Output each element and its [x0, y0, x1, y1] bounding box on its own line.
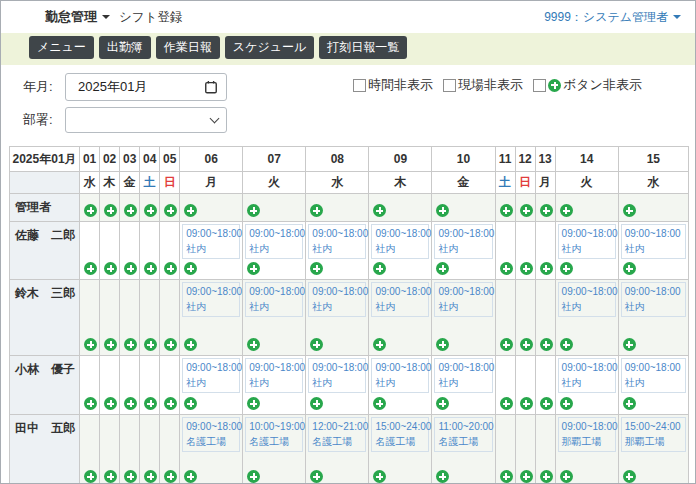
checkbox-0[interactable]: 時間非表示	[353, 76, 433, 94]
add-shift-button[interactable]	[84, 338, 97, 351]
shift-place[interactable]: 那覇工場	[562, 434, 613, 449]
shift-entry[interactable]: 09:00~18:00社内	[308, 358, 366, 393]
add-shift-button[interactable]	[247, 338, 260, 351]
shift-entry[interactable]: 09:00~18:00社内	[308, 224, 366, 259]
shift-place[interactable]: 社内	[186, 299, 237, 314]
app-menu[interactable]: 勤怠管理	[45, 8, 110, 26]
shift-entry[interactable]: 09:00~18:00社内	[245, 224, 303, 259]
add-shift-button[interactable]	[540, 397, 553, 410]
add-shift-button[interactable]	[623, 204, 636, 217]
shift-place[interactable]: 名護工場	[312, 434, 363, 449]
toolbar-button-0[interactable]: メニュー	[29, 36, 94, 59]
shift-time[interactable]: 11:00~20:00	[438, 419, 489, 434]
shift-time[interactable]: 09:00~18:00	[562, 360, 613, 375]
add-shift-button[interactable]	[124, 262, 137, 275]
shift-entry[interactable]: 09:00~18:00那覇工場	[558, 417, 616, 452]
shift-time[interactable]: 09:00~18:00	[249, 360, 300, 375]
add-shift-button[interactable]	[184, 397, 197, 410]
add-shift-button[interactable]	[540, 262, 553, 275]
shift-time[interactable]: 09:00~18:00	[375, 360, 426, 375]
shift-entry[interactable]: 09:00~18:00社内	[371, 358, 429, 393]
add-shift-button[interactable]	[104, 338, 117, 351]
shift-time[interactable]: 09:00~18:00	[562, 226, 613, 241]
shift-time[interactable]: 09:00~18:00	[375, 284, 426, 299]
shift-entry[interactable]: 09:00~18:00社内	[182, 224, 240, 259]
shift-time[interactable]: 12:00~21:00	[312, 419, 363, 434]
checkbox-1[interactable]: 現場非表示	[443, 76, 523, 94]
shift-entry[interactable]: 09:00~18:00社内	[182, 358, 240, 393]
calendar-icon[interactable]	[204, 80, 218, 94]
add-shift-button[interactable]	[164, 204, 177, 217]
add-shift-button[interactable]	[520, 470, 533, 483]
shift-entry[interactable]: 09:00~18:00社内	[621, 224, 686, 259]
add-shift-button[interactable]	[520, 204, 533, 217]
shift-time[interactable]: 09:00~18:00	[625, 360, 683, 375]
shift-entry[interactable]: 15:00~24:00那覇工場	[621, 417, 686, 452]
toolbar-button-2[interactable]: 作業日報	[156, 36, 220, 59]
shift-entry[interactable]: 09:00~18:00社内	[558, 358, 616, 393]
add-shift-button[interactable]	[124, 470, 137, 483]
add-shift-button[interactable]	[184, 338, 197, 351]
add-shift-button[interactable]	[84, 262, 97, 275]
add-shift-button[interactable]	[623, 338, 636, 351]
shift-time[interactable]: 09:00~18:00	[186, 419, 237, 434]
shift-time[interactable]: 09:00~18:00	[375, 226, 426, 241]
add-shift-button[interactable]	[247, 204, 260, 217]
add-shift-button[interactable]	[500, 397, 513, 410]
shift-entry[interactable]: 09:00~18:00社内	[182, 282, 240, 317]
add-shift-button[interactable]	[184, 204, 197, 217]
add-shift-button[interactable]	[247, 397, 260, 410]
checkbox-box[interactable]	[533, 79, 546, 92]
add-shift-button[interactable]	[520, 397, 533, 410]
add-shift-button[interactable]	[84, 397, 97, 410]
add-shift-button[interactable]	[144, 397, 157, 410]
shift-place[interactable]: 名護工場	[186, 434, 237, 449]
shift-time[interactable]: 09:00~18:00	[186, 226, 237, 241]
shift-time[interactable]: 09:00~18:00	[625, 284, 683, 299]
add-shift-button[interactable]	[184, 262, 197, 275]
shift-entry[interactable]: 09:00~18:00社内	[434, 224, 492, 259]
add-shift-button[interactable]	[124, 204, 137, 217]
add-shift-button[interactable]	[623, 262, 636, 275]
shift-place[interactable]: 名護工場	[249, 434, 300, 449]
shift-time[interactable]: 09:00~18:00	[438, 360, 489, 375]
add-shift-button[interactable]	[373, 470, 386, 483]
add-shift-button[interactable]	[436, 397, 449, 410]
add-shift-button[interactable]	[560, 397, 573, 410]
shift-place[interactable]: 社内	[186, 241, 237, 256]
shift-place[interactable]: 社内	[312, 299, 363, 314]
shift-time[interactable]: 09:00~18:00	[562, 284, 613, 299]
shift-entry[interactable]: 09:00~18:00社内	[245, 358, 303, 393]
add-shift-button[interactable]	[247, 470, 260, 483]
add-shift-button[interactable]	[247, 262, 260, 275]
shift-place[interactable]: 社内	[375, 375, 426, 390]
shift-entry[interactable]: 12:00~21:00名護工場	[308, 417, 366, 452]
shift-entry[interactable]: 09:00~18:00社内	[434, 282, 492, 317]
add-shift-button[interactable]	[164, 262, 177, 275]
shift-entry[interactable]: 10:00~19:00名護工場	[245, 417, 303, 452]
add-shift-button[interactable]	[520, 262, 533, 275]
add-shift-button[interactable]	[436, 470, 449, 483]
add-shift-button[interactable]	[373, 204, 386, 217]
shift-place[interactable]: 社内	[625, 241, 683, 256]
add-shift-button[interactable]	[144, 204, 157, 217]
add-shift-button[interactable]	[104, 262, 117, 275]
toolbar-button-3[interactable]: スケジュール	[225, 36, 314, 59]
shift-time[interactable]: 15:00~24:00	[375, 419, 426, 434]
shift-entry[interactable]: 09:00~18:00社内	[245, 282, 303, 317]
shift-entry[interactable]: 09:00~18:00社内	[434, 358, 492, 393]
add-shift-button[interactable]	[540, 470, 553, 483]
shift-place[interactable]: 社内	[249, 241, 300, 256]
shift-time[interactable]: 09:00~18:00	[438, 284, 489, 299]
checkbox-box[interactable]	[353, 79, 366, 92]
shift-time[interactable]: 10:00~19:00	[249, 419, 300, 434]
add-shift-button[interactable]	[560, 338, 573, 351]
add-shift-button[interactable]	[373, 262, 386, 275]
toolbar-button-4[interactable]: 打刻日報一覧	[319, 36, 407, 59]
add-shift-button[interactable]	[500, 204, 513, 217]
shift-time[interactable]: 09:00~18:00	[186, 284, 237, 299]
add-shift-button[interactable]	[144, 338, 157, 351]
add-shift-button[interactable]	[436, 262, 449, 275]
add-shift-button[interactable]	[540, 338, 553, 351]
checkbox-box[interactable]	[443, 79, 456, 92]
